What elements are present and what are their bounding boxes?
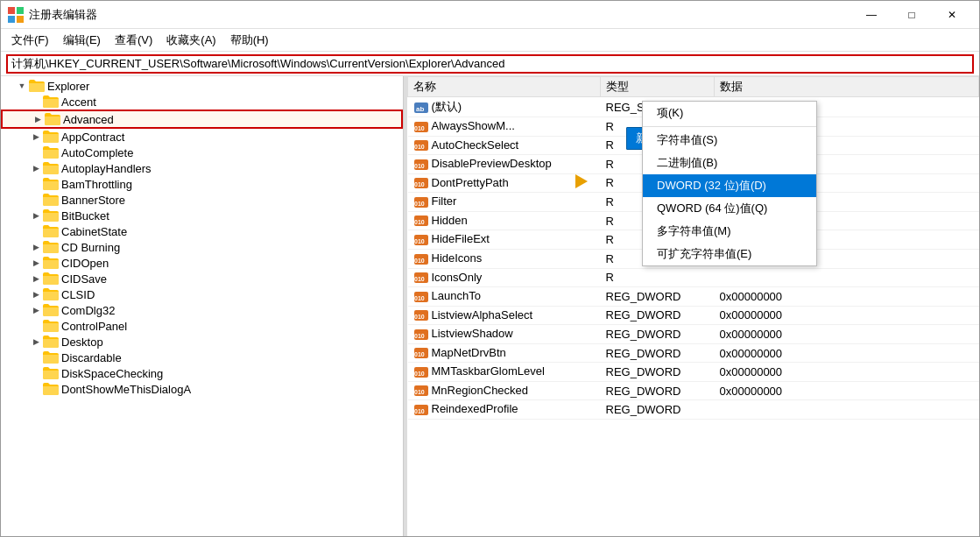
expand-comdlg32[interactable]: ▶ — [29, 303, 43, 317]
expand-cidopen[interactable]: ▶ — [29, 256, 43, 270]
tree-item-explorer[interactable]: ▼ Explorer — [1, 78, 403, 94]
tree-item-comdlg32[interactable]: ▶ ComDlg32 — [1, 302, 403, 318]
table-row[interactable]: 010 DontPrettyPathR — [408, 173, 979, 193]
svg-text:010: 010 — [414, 219, 425, 225]
tree-item-cidsave[interactable]: ▶ CIDSave — [1, 271, 403, 286]
reg-entry-name: 010 DisablePreviewDesktop — [408, 155, 601, 174]
reg-entry-name: 010 MMTaskbarGlomLevel — [408, 363, 601, 382]
expand-explorer[interactable]: ▼ — [15, 79, 29, 93]
svg-text:010: 010 — [414, 201, 425, 207]
tree-item-advanced[interactable]: ▶ Advanced — [1, 110, 403, 129]
tree-label-cidopen: CIDOpen — [61, 257, 109, 270]
table-row[interactable]: 010 ListviewAlphaSelectREG_DWORD0x000000… — [408, 306, 979, 325]
svg-text:010: 010 — [414, 238, 425, 244]
expand-cidsave[interactable]: ▶ — [29, 272, 43, 286]
table-row[interactable]: ab (默认)REG_SZ微软认证(测试) — [408, 97, 979, 117]
table-row[interactable]: 010 AlwaysShowM...R — [408, 117, 979, 137]
tree-label-clsid: CLSID — [61, 288, 95, 301]
tree-item-cdburning[interactable]: ▶ CD Burning — [1, 239, 403, 255]
reg-entry-type: R — [601, 193, 715, 212]
expand-desktop[interactable]: ▶ — [29, 335, 43, 349]
tree-item-desktop[interactable]: ▶ Desktop — [1, 334, 403, 350]
table-row[interactable]: 010 MapNetDrvBtnREG_DWORD0x00000000 — [408, 343, 979, 363]
menu-help[interactable]: 帮助(H) — [223, 31, 276, 50]
tree-item-autoplayhandlers[interactable]: ▶ AutoplayHandlers — [1, 160, 403, 176]
reg-entry-name: 010 Hidden — [408, 211, 601, 230]
tree-label-explorer: Explorer — [47, 80, 89, 93]
reg-entry-name: 010 ListviewAlphaSelect — [408, 306, 601, 325]
svg-rect-0 — [8, 7, 15, 14]
tree-item-controlpanel[interactable]: ControlPanel — [1, 318, 403, 334]
tree-label-diskspacechecking: DiskSpaceChecking — [61, 367, 163, 380]
svg-text:ab: ab — [416, 105, 424, 113]
address-input[interactable] — [6, 54, 974, 74]
svg-text:010: 010 — [414, 295, 425, 301]
tree-item-cidopen[interactable]: ▶ CIDOpen — [1, 255, 403, 271]
reg-entry-type: R — [601, 173, 715, 193]
expand-clsid[interactable]: ▶ — [29, 287, 43, 301]
tree-label-autocomplete: AutoComplete — [61, 146, 133, 159]
svg-rect-2 — [8, 16, 15, 23]
reg-entry-data — [715, 268, 979, 287]
tree-label-cidsave: CIDSave — [61, 272, 107, 286]
table-row[interactable]: 010 IconsOnlyR — [408, 268, 979, 287]
tree-item-bamthrottling[interactable]: BamThrottling — [1, 176, 403, 192]
table-row[interactable]: 010 FilterR — [408, 193, 979, 212]
title-bar: 注册表编辑器 — □ ✕ — [1, 1, 979, 29]
tree-item-bannerstore[interactable]: BannerStore — [1, 192, 403, 208]
tree-label-comdlg32: ComDlg32 — [61, 304, 115, 317]
reg-entry-data — [715, 400, 979, 420]
reg-entry-name: 010 HideFileExt — [408, 230, 601, 250]
menu-file[interactable]: 文件(F) — [4, 31, 56, 50]
table-row[interactable]: 010 MMTaskbarGlomLevelREG_DWORD0x0000000… — [408, 363, 979, 382]
table-row[interactable]: 010 HideIconsR — [408, 249, 979, 268]
expand-autoplay[interactable]: ▶ — [29, 161, 43, 175]
close-button[interactable]: ✕ — [932, 1, 972, 29]
tree-item-autocomplete[interactable]: AutoComplete — [1, 145, 403, 160]
svg-text:010: 010 — [414, 371, 425, 377]
window-title: 注册表编辑器 — [29, 7, 851, 23]
table-row[interactable]: 010 AutoCheckSelectR — [408, 136, 979, 155]
svg-text:010: 010 — [414, 144, 425, 150]
expand-advanced[interactable]: ▶ — [31, 112, 45, 126]
reg-entry-data: 0x00000000 — [715, 306, 979, 325]
tree-item-accent[interactable]: Accent — [1, 94, 403, 110]
tree-item-cabinetstate[interactable]: CabinetState — [1, 223, 403, 239]
tree-item-dontshowme[interactable]: DontShowMeThisDialogA — [1, 381, 403, 397]
tree-item-bitbucket[interactable]: ▶ BitBucket — [1, 208, 403, 223]
reg-entry-name: ab (默认) — [408, 97, 601, 117]
expand-appcontract[interactable]: ▶ — [29, 130, 43, 144]
reg-entry-type: R — [601, 249, 715, 268]
tree-item-clsid[interactable]: ▶ CLSID — [1, 286, 403, 302]
expand-bitbucket[interactable]: ▶ — [29, 208, 43, 223]
svg-text:010: 010 — [414, 389, 425, 395]
table-row[interactable]: 010 ReindexedProfileREG_DWORD — [408, 400, 979, 420]
menu-favorites[interactable]: 收藏夹(A) — [159, 31, 222, 50]
tree-label-bitbucket: BitBucket — [61, 209, 109, 223]
table-row[interactable]: 010 MnRegionCheckedREG_DWORD0x00000000 — [408, 381, 979, 400]
table-row[interactable]: 010 HiddenR — [408, 211, 979, 230]
table-row[interactable]: 010 LaunchToREG_DWORD0x00000000 — [408, 287, 979, 307]
reg-entry-data: 0x00000000 — [715, 381, 979, 400]
tree-item-diskspacechecking[interactable]: DiskSpaceChecking — [1, 365, 403, 381]
table-row[interactable]: 010 ListviewShadowREG_DWORD0x00000000 — [408, 325, 979, 344]
expand-cdburning[interactable]: ▶ — [29, 240, 43, 254]
tree-panel[interactable]: ▼ Explorer Accent ▶ — [1, 76, 404, 536]
menu-view[interactable]: 查看(V) — [108, 31, 159, 50]
tree-item-appcontract[interactable]: ▶ AppContract — [1, 129, 403, 145]
tree-item-discardable[interactable]: Discardable — [1, 350, 403, 365]
table-row[interactable]: 010 HideFileExtR — [408, 230, 979, 250]
table-row[interactable]: 010 DisablePreviewDesktopR — [408, 155, 979, 174]
reg-entry-type: REG_DWORD — [601, 381, 715, 400]
maximize-button[interactable]: □ — [892, 1, 932, 29]
reg-entry-type: REG_DWORD — [601, 306, 715, 325]
reg-entry-data: 0x00000000 — [715, 287, 979, 307]
table-wrapper[interactable]: 名称 类型 数据 ab (默认)REG_SZ微软认证(测试) 010 Alway… — [407, 76, 979, 536]
minimize-button[interactable]: — — [851, 1, 892, 29]
tree-label-controlpanel: ControlPanel — [61, 320, 127, 333]
menu-edit[interactable]: 编辑(E) — [56, 31, 108, 50]
reg-entry-data — [715, 155, 979, 174]
reg-entry-type: REG_DWORD — [601, 363, 715, 382]
tree-label-dontshowme: DontShowMeThisDialogA — [61, 383, 191, 396]
tree-label-discardable: Discardable — [61, 351, 122, 364]
